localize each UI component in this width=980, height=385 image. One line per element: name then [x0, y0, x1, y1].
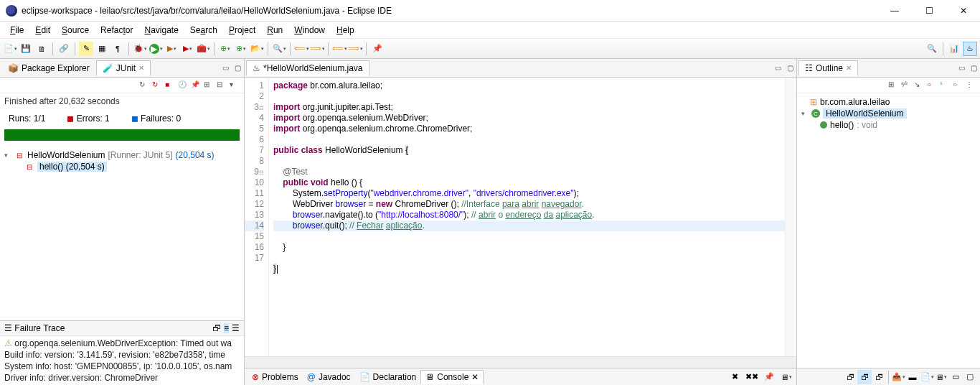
open-perspective-button[interactable]: 📊: [947, 42, 961, 56]
sort-icon[interactable]: ⊞: [888, 80, 898, 91]
menu-source[interactable]: Source: [56, 24, 95, 37]
rerun-icon[interactable]: ↻: [139, 80, 149, 91]
tab-declaration[interactable]: 📄 Declaration: [355, 371, 421, 384]
toggle-mark-button[interactable]: ✎: [79, 42, 93, 56]
maximize-view-button[interactable]: ▢: [232, 63, 242, 73]
pin-editor-button[interactable]: 📌: [370, 42, 385, 56]
editor-maximize-button[interactable]: ▢: [785, 63, 795, 73]
tab-junit[interactable]: 🧪 JUnit ✕: [96, 60, 151, 76]
hide-nonpublic-icon[interactable]: ˢ: [940, 80, 950, 91]
hide-local-icon[interactable]: ○: [953, 80, 963, 91]
menu-navigate[interactable]: Navigate: [138, 24, 184, 37]
save-button[interactable]: 💾: [19, 42, 33, 56]
rb-min-icon[interactable]: ▭: [948, 370, 963, 384]
bottom-tabs: ⊗ Problems @ Javadoc 📄 Declaration 🖥 Con…: [245, 368, 796, 385]
open-task-button[interactable]: 📂: [250, 42, 264, 56]
outline-menu-icon[interactable]: ⋮: [966, 80, 976, 91]
outline-tree: ⊞ br.com.alura.leilao ▾C HelloWorldSelen…: [797, 93, 980, 368]
rerun-failed-icon[interactable]: ↻: [152, 80, 162, 91]
menu-project[interactable]: Project: [223, 24, 261, 37]
tab-console[interactable]: 🖥 Console ✕: [420, 370, 484, 384]
menu-file[interactable]: File: [4, 24, 29, 37]
new-java-button[interactable]: ⊕: [218, 42, 232, 56]
menu-refactor[interactable]: Refactor: [95, 24, 138, 37]
stop-icon[interactable]: ■: [165, 80, 175, 91]
quick-access-button[interactable]: 🔍: [925, 42, 939, 56]
minimize-button[interactable]: —: [884, 6, 905, 16]
outline-class[interactable]: ▾C HelloWorldSelenium: [801, 108, 976, 119]
outline-package[interactable]: ⊞ br.com.alura.leilao: [801, 96, 976, 108]
annotation-prev-button[interactable]: ⟸: [294, 42, 308, 56]
tab-javadoc[interactable]: @ Javadoc: [303, 371, 355, 384]
rb-icon-7[interactable]: 🖥: [934, 370, 948, 384]
editor-tab[interactable]: ♨ *HelloWorldSelenium.java: [246, 60, 369, 76]
menu-help[interactable]: Help: [331, 24, 360, 37]
lock-icon[interactable]: ▾: [230, 80, 240, 91]
junit-tree: ▾⊟ HelloWorldSelenium [Runner: JUnit 5] …: [0, 147, 244, 320]
block-select-button[interactable]: ▦: [95, 42, 109, 56]
rb-icon-3[interactable]: 🗗: [872, 370, 886, 384]
menu-window[interactable]: Window: [288, 24, 331, 37]
coverage-button[interactable]: ▶: [164, 42, 179, 56]
new-package-button[interactable]: ⊕: [234, 42, 248, 56]
annotation-next-button[interactable]: ⟹: [310, 42, 324, 56]
code-body[interactable]: package br.com.alura.leilao; import org.…: [269, 78, 796, 356]
rb-max-icon[interactable]: ▢: [963, 370, 977, 384]
compare-icon[interactable]: 🗗: [212, 323, 221, 333]
run-last-button[interactable]: ▶: [180, 42, 194, 56]
rb-icon-4[interactable]: 📤: [891, 370, 905, 384]
outline-method[interactable]: hello() : void: [801, 119, 976, 131]
hide-fields-icon[interactable]: ↘: [914, 80, 924, 91]
tree-child[interactable]: ⊟ hello() (20,504 s): [4, 161, 240, 172]
collapse-icon[interactable]: ⊟: [217, 80, 227, 91]
tab-outline[interactable]: ☷ Outline ✕: [798, 60, 858, 76]
menu-bar: File Edit Source Refactor Navigate Searc…: [0, 22, 980, 39]
menu-edit[interactable]: Edit: [29, 24, 56, 37]
outline-maximize-button[interactable]: ▢: [969, 63, 979, 73]
alpha-sort-icon[interactable]: ᵃ⁄ᶻ: [901, 80, 911, 91]
open-type-button[interactable]: 🔗: [57, 42, 71, 56]
console-pin-icon[interactable]: 📌: [762, 370, 776, 384]
debug-button[interactable]: 🐞: [133, 42, 147, 56]
copy-trace-icon[interactable]: ☰: [232, 323, 240, 333]
new-button[interactable]: 📄: [3, 42, 17, 56]
menu-run[interactable]: Run: [261, 24, 288, 37]
console-clear-icon[interactable]: ✖: [727, 370, 742, 384]
expand-icon[interactable]: ⊞: [204, 80, 214, 91]
menu-search[interactable]: Search: [184, 24, 223, 37]
forward-button[interactable]: ⟹: [348, 42, 362, 56]
title-bar: eclipse-workspace - leilao/src/test/java…: [0, 0, 980, 22]
console-display-icon[interactable]: 🖥: [779, 370, 793, 384]
console-remove-all-icon[interactable]: ✖✖: [745, 370, 759, 384]
hide-static-icon[interactable]: ○: [927, 80, 937, 91]
rb-icon-1[interactable]: 🗗: [843, 370, 857, 384]
close-button[interactable]: ✕: [953, 6, 974, 16]
search-button[interactable]: 🔍: [272, 42, 286, 56]
show-whitespace-button[interactable]: ¶: [110, 42, 125, 56]
outline-minimize-button[interactable]: ▭: [956, 63, 966, 73]
trace-line: Driver info: driver.version: ChromeDrive…: [4, 372, 240, 384]
main-toolbar: 📄 💾 🗎 🔗 ✎ ▦ ¶ 🐞 ▶ ▶ ▶ 🧰 ⊕ ⊕ 📂 🔍 ⟸ ⟹ ⟸ ⟹ …: [0, 39, 980, 59]
rb-icon-5[interactable]: ▬: [905, 370, 920, 384]
horizontal-scrollbar[interactable]: [245, 356, 796, 368]
java-perspective-button[interactable]: ♨: [963, 42, 977, 56]
editor-minimize-button[interactable]: ▭: [773, 63, 783, 73]
run-button[interactable]: ▶: [149, 42, 163, 56]
code-editor[interactable]: 123⊟456789⊟1011121314151617 package br.c…: [245, 78, 796, 356]
back-button[interactable]: ⟸: [332, 42, 347, 56]
tree-root[interactable]: ▾⊟ HelloWorldSelenium [Runner: JUnit 5] …: [4, 149, 240, 161]
history-icon[interactable]: 🕘: [178, 80, 188, 91]
save-all-button[interactable]: 🗎: [34, 42, 49, 56]
rb-icon-6[interactable]: 📄: [920, 370, 934, 384]
rb-icon-2[interactable]: 🗗: [857, 370, 872, 384]
editor-area: ♨ *HelloWorldSelenium.java ▭ ▢ 123⊟45678…: [245, 59, 796, 385]
trace-line[interactable]: ⚠ org.openqa.selenium.WebDriverException…: [4, 338, 240, 349]
pin-icon[interactable]: 📌: [191, 80, 201, 91]
tab-package-explorer[interactable]: 📦 Package Explorer: [1, 60, 96, 76]
overview-ruler[interactable]: [785, 78, 796, 356]
tab-problems[interactable]: ⊗ Problems: [248, 371, 303, 384]
maximize-button[interactable]: ☐: [918, 6, 940, 16]
ext-tools-button[interactable]: 🧰: [196, 42, 210, 56]
filter-icon[interactable]: ≡: [224, 323, 229, 333]
minimize-view-button[interactable]: ▭: [220, 63, 230, 73]
